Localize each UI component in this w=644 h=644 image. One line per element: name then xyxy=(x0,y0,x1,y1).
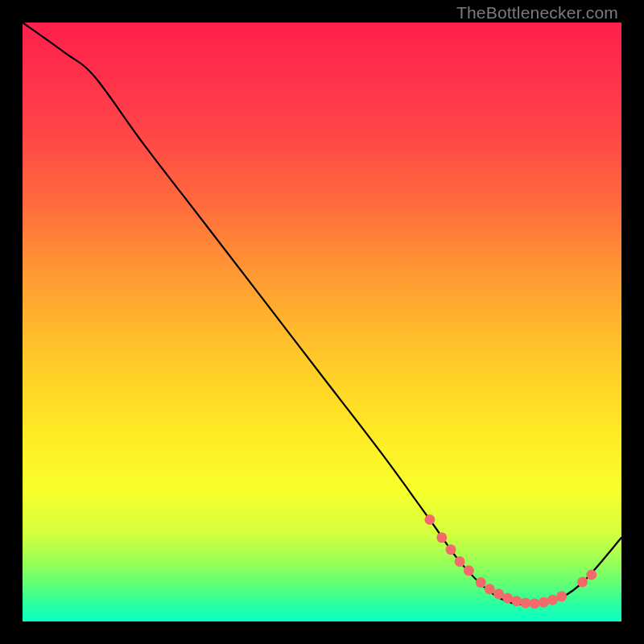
curve-layer xyxy=(23,23,621,621)
data-point xyxy=(530,598,540,609)
data-point xyxy=(446,544,456,555)
bottleneck-curve xyxy=(23,23,621,605)
data-point xyxy=(476,577,486,588)
data-point xyxy=(485,584,495,594)
data-point xyxy=(502,593,513,604)
data-point xyxy=(436,532,447,543)
data-point xyxy=(547,595,558,605)
data-markers xyxy=(424,514,597,609)
data-point xyxy=(511,596,522,606)
data-point xyxy=(464,565,474,576)
data-point xyxy=(521,597,531,608)
data-point xyxy=(424,514,435,525)
data-point xyxy=(539,597,549,608)
data-point xyxy=(455,556,465,567)
data-point xyxy=(493,588,504,599)
data-point xyxy=(577,576,588,587)
data-point xyxy=(586,570,597,580)
data-point xyxy=(556,591,567,601)
attribution-label: TheBottlenecker.com xyxy=(456,3,618,23)
plot-area xyxy=(23,23,621,621)
chart-frame: TheBottlenecker.com xyxy=(0,0,644,644)
